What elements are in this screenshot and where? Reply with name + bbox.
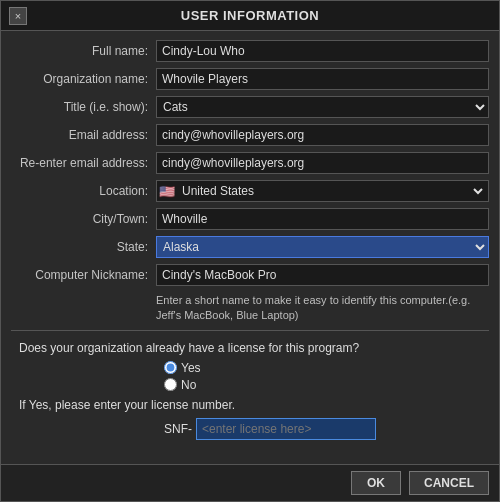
cancel-button[interactable]: CANCEL — [409, 471, 489, 495]
snf-input[interactable] — [196, 418, 376, 440]
org-name-label: Organization name: — [11, 72, 156, 86]
org-name-input[interactable] — [156, 68, 489, 90]
snf-label: SNF- — [164, 422, 192, 436]
license-radio-group: Yes No — [164, 361, 481, 392]
email-label: Email address: — [11, 128, 156, 142]
state-label: State: — [11, 240, 156, 254]
reenter-email-input[interactable] — [156, 152, 489, 174]
yes-radio-label[interactable]: Yes — [181, 361, 201, 375]
location-label: Location: — [11, 184, 156, 198]
form-content: Full name: Organization name: Title (i.e… — [1, 31, 499, 464]
location-wrapper: 🇺🇸 United States Canada United Kingdom — [156, 180, 489, 202]
location-select[interactable]: United States Canada United Kingdom — [178, 183, 486, 199]
full-name-input[interactable] — [156, 40, 489, 62]
no-radio[interactable] — [164, 378, 177, 391]
computer-nickname-label: Computer Nickname: — [11, 268, 156, 282]
computer-nickname-row: Computer Nickname: — [11, 263, 489, 287]
license-question: Does your organization already have a li… — [19, 341, 481, 355]
state-row: State: AlabamaAlaskaArizonaArkansasCalif… — [11, 235, 489, 259]
close-button[interactable]: × — [9, 7, 27, 25]
city-label: City/Town: — [11, 212, 156, 226]
full-name-label: Full name: — [11, 44, 156, 58]
org-name-row: Organization name: — [11, 67, 489, 91]
ok-button[interactable]: OK — [351, 471, 401, 495]
title-bar: × USER INFORMATION — [1, 1, 499, 31]
dialog-title: USER INFORMATION — [181, 8, 319, 23]
email-row: Email address: — [11, 123, 489, 147]
license-note: If Yes, please enter your license number… — [19, 398, 481, 412]
state-select[interactable]: AlabamaAlaskaArizonaArkansasCaliforniaCo… — [156, 236, 489, 258]
section-divider — [11, 330, 489, 331]
snf-row: SNF- — [164, 418, 481, 440]
flag-icon: 🇺🇸 — [159, 184, 175, 199]
button-bar: OK CANCEL — [1, 464, 499, 501]
email-input[interactable] — [156, 124, 489, 146]
no-radio-row: No — [164, 378, 481, 392]
city-input[interactable] — [156, 208, 489, 230]
title-select[interactable]: Cats Other — [156, 96, 489, 118]
computer-nickname-input[interactable] — [156, 264, 489, 286]
location-row: Location: 🇺🇸 United States Canada United… — [11, 179, 489, 203]
yes-radio[interactable] — [164, 361, 177, 374]
yes-radio-row: Yes — [164, 361, 481, 375]
license-section: Does your organization already have a li… — [11, 337, 489, 450]
title-row: Title (i.e. show): Cats Other — [11, 95, 489, 119]
title-label: Title (i.e. show): — [11, 100, 156, 114]
user-information-dialog: × USER INFORMATION Full name: Organizati… — [0, 0, 500, 502]
reenter-email-label: Re-enter email address: — [11, 156, 156, 170]
no-radio-label[interactable]: No — [181, 378, 196, 392]
computer-hint-text: Enter a short name to make it easy to id… — [156, 293, 489, 324]
full-name-row: Full name: — [11, 39, 489, 63]
city-row: City/Town: — [11, 207, 489, 231]
reenter-email-row: Re-enter email address: — [11, 151, 489, 175]
